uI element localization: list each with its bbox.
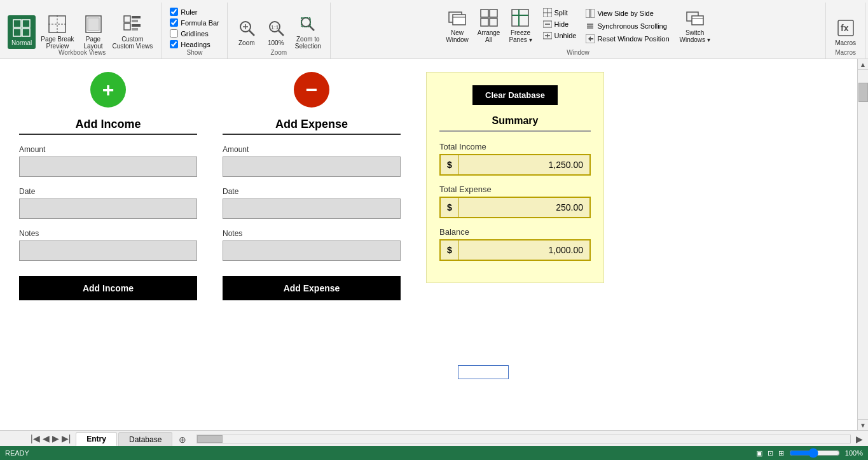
main-area: + Add Income Amount Date Notes Add Incom… [0,59,868,430]
svg-line-16 [249,31,254,36]
spreadsheet-content: + Add Income Amount Date Notes Add Incom… [0,59,857,430]
arrange-all-icon [479,8,499,28]
income-add-icon[interactable]: + [90,72,126,108]
expense-amount-input[interactable] [223,157,401,177]
page-break-view-button[interactable]: Page Break Preview [37,11,78,52]
unhide-button[interactable]: Unhide [539,31,581,41]
h-scroll-right[interactable]: ▶ [853,434,865,444]
normal-view-status[interactable]: ▣ [756,449,762,457]
ready-status: READY [5,449,29,457]
income-title: Add Income [19,118,197,135]
synchronous-scrolling-button[interactable]: Synchronous Scrolling [583,20,672,32]
switch-windows-button[interactable]: Switch Windows ▾ [676,5,714,46]
svg-line-20 [279,31,284,36]
page-layout-status[interactable]: ⊡ [768,449,773,457]
zoom-slider[interactable] [789,448,840,458]
zoom-100-button[interactable]: 1:1 100% [262,15,290,49]
svg-rect-3 [22,29,30,36]
svg-rect-14 [132,28,138,31]
total-expense-amount: 250.00 [459,202,589,213]
zoom-selection-button[interactable]: Zoom to Selection [291,11,325,52]
svg-rect-44 [591,9,595,18]
svg-point-22 [301,18,310,27]
macros-button[interactable]: fx Macros [831,15,860,49]
scroll-up-arrow[interactable]: ▲ [858,59,868,70]
status-bar: READY ▣ ⊡ ⊞ 100% [0,446,868,460]
income-amount-input[interactable] [19,157,197,177]
expense-notes-input[interactable] [223,240,401,261]
new-window-icon [447,8,467,28]
total-income-label: Total Income [439,142,591,151]
svg-rect-50 [692,16,703,25]
svg-rect-8 [88,18,99,31]
database-tab[interactable]: Database [118,432,172,446]
svg-rect-26 [453,15,465,25]
svg-rect-32 [512,10,528,26]
horizontal-scrollbar[interactable] [196,435,851,443]
income-notes-label: Notes [19,229,197,238]
expense-title: Add Expense [223,118,401,135]
svg-line-23 [309,25,314,31]
svg-rect-12 [124,24,130,30]
h-scroll-thumb[interactable] [197,435,223,443]
svg-rect-9 [124,16,130,22]
scroll-thumb[interactable] [858,83,868,102]
reset-window-position-button[interactable]: Reset Window Position [583,33,672,45]
sheet-nav-next-icon[interactable]: ▶ [52,433,59,443]
page-break-status[interactable]: ⊞ [778,449,784,457]
sheet-tabs-bar: |◀ ◀ ▶ ▶| Entry Database ⊕ ▶ [0,430,868,446]
page-layout-view-button[interactable]: Page Layout [79,11,107,52]
macros-icon: fx [836,18,856,38]
page-break-icon [47,14,67,34]
svg-rect-11 [132,20,138,22]
gridlines-checkbox[interactable]: Gridlines [170,29,219,38]
clear-database-button[interactable]: Clear Database [472,85,558,105]
normal-view-button[interactable]: Normal [8,15,36,49]
income-notes-input[interactable] [19,240,197,261]
custom-views-button[interactable]: Custom Custom Views [109,11,157,52]
freeze-panes-button[interactable]: Freeze Panes ▾ [505,5,535,46]
ruler-checkbox[interactable]: Ruler [170,8,219,16]
vertical-scrollbar[interactable]: ▲ ▼ [857,59,868,430]
formula-bar-checkbox[interactable]: Formula Bar [170,18,219,27]
summary-title: Summary [439,115,591,132]
expense-amount-label: Amount [223,145,401,154]
add-expense-button[interactable]: Add Expense [223,276,401,300]
income-date-input[interactable] [19,199,197,219]
total-expense-label: Total Expense [439,185,591,194]
svg-rect-10 [132,16,141,18]
split-button[interactable]: Split [539,8,581,18]
sheet-nav-last-icon[interactable]: ▶| [62,433,71,443]
sheet-nav-left[interactable]: |◀ ◀ ▶ ▶| [25,431,76,446]
svg-rect-43 [586,9,589,18]
arrange-all-button[interactable]: Arrange All [474,5,504,46]
headings-checkbox[interactable]: Headings [170,40,219,48]
svg-rect-2 [13,29,21,36]
sheet-nav-first-icon[interactable]: |◀ [31,433,40,443]
income-amount-label: Amount [19,145,197,154]
expense-notes-field: Notes [223,229,401,261]
add-income-button[interactable]: Add Income [19,276,197,300]
svg-rect-4 [49,16,65,32]
expense-minus-icon[interactable]: − [294,72,329,108]
zoom-level: 100% [845,449,863,457]
custom-views-icon [122,14,142,34]
selected-cell[interactable] [458,365,509,379]
scroll-down-arrow[interactable]: ▼ [858,419,868,430]
expense-date-label: Date [223,187,401,196]
expense-date-input[interactable] [223,199,401,219]
income-header: + [19,72,197,108]
sheet-nav-prev-icon[interactable]: ◀ [43,433,50,443]
new-window-button[interactable]: New Window [442,5,472,46]
view-side-group: View Side by Side Synchronous Scrolling … [583,5,672,47]
income-amount-field: Amount [19,145,197,177]
svg-rect-13 [132,24,141,27]
zoom-button[interactable]: Zoom [233,15,261,49]
hide-button[interactable]: Hide [539,19,581,29]
entry-tab[interactable]: Entry [76,432,117,446]
income-notes-field: Notes [19,229,197,261]
add-sheet-button[interactable]: ⊕ [174,433,191,446]
window-group: New Window Arrange All [331,3,826,59]
zoom-100-icon: 1:1 [266,18,286,38]
view-side-by-side-button[interactable]: View Side by Side [583,8,672,19]
